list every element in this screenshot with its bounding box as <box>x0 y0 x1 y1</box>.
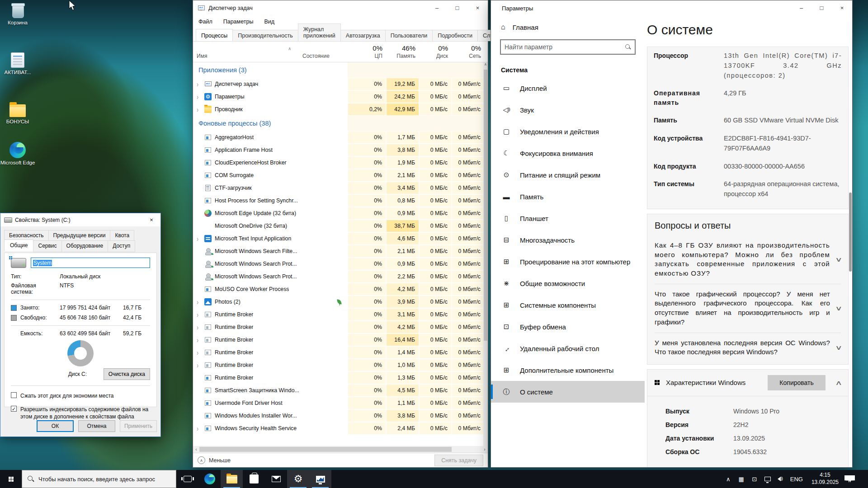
Microsoft Windows Search Filte...[interactable]: › Microsoft Windows Search Filte... 0% 2… <box>193 245 483 258</box>
menu-item[interactable]: Параметры <box>223 19 254 25</box>
chevron-up-icon[interactable]: ∧ <box>835 379 842 386</box>
expand-icon[interactable]: › <box>197 348 201 357</box>
dialog-tab[interactable]: Общие <box>4 239 33 251</box>
maximize-button[interactable]: □ <box>811 0 832 15</box>
Runtime Broker[interactable]: › Runtime Broker 0% 3,1 МБ 0 МБ/с 0 Мбит… <box>193 308 483 321</box>
close-button[interactable]: × <box>832 0 852 15</box>
column-disk[interactable]: Диск <box>419 52 452 62</box>
Windows Modules Installer Wor...[interactable]: › Windows Modules Installer Wor... 0% 3,… <box>193 409 483 422</box>
checkbox[interactable]: ✓ <box>11 406 17 412</box>
checkbox-row[interactable]: Сжать этот диск для экономии места <box>11 392 150 399</box>
fewer-details-button[interactable]: ∧ Меньше <box>198 456 231 464</box>
Проводник[interactable]: › Проводник 0,2% 42,9 МБ 0 МБ/с 0 Мбит/с <box>193 103 483 116</box>
settings-scrollbar[interactable] <box>849 19 852 467</box>
Application Frame Host[interactable]: › Application Frame Host 0% 3,8 МБ 0 МБ/… <box>193 144 483 156</box>
sidebar-item-projecting[interactable]: ⊞ Проецирование на этот компьютер <box>491 251 645 272</box>
column-network[interactable]: Сеть <box>452 52 485 62</box>
dialog-tab[interactable]: Сервис <box>33 240 61 252</box>
expand-icon[interactable]: › <box>197 424 201 433</box>
taskbar-search-input[interactable]: Чтобы начать поиск, введите здесь запрос <box>22 470 176 488</box>
Microsoft Windows Search Prot...[interactable]: › Microsoft Windows Search Prot... 0% 0,… <box>193 258 483 270</box>
tab[interactable]: Производительность <box>232 30 298 41</box>
Диспетчер задач[interactable]: › Диспетчер задач 0% 19,2 МБ 0 МБ/с 0 Мб… <box>193 78 483 90</box>
taskbar-clock[interactable]: 4:15 13.09.2025 <box>809 472 841 486</box>
sidebar-item-components[interactable]: ⊞ Системные компоненты <box>491 294 645 316</box>
COM Surrogate[interactable]: › COM Surrogate 0% 2,1 МБ 0 МБ/с 0 Мбит/… <box>193 169 483 182</box>
expand-icon[interactable]: › <box>197 310 201 319</box>
Microsoft Windows Search Prot...[interactable]: › Microsoft Windows Search Prot... 0% 2,… <box>193 270 483 283</box>
Usermode Font Driver Host[interactable]: › Usermode Font Driver Host 0% 1,1 МБ 0 … <box>193 397 483 409</box>
ok-button[interactable]: ОК <box>37 420 74 432</box>
sidebar-item-power[interactable]: ⊙ Питание и спящий режим <box>491 164 645 186</box>
desktop-icon-activator[interactable]: АКТИВАТ... <box>0 52 35 75</box>
end-task-button[interactable]: Снять задачу <box>434 455 483 466</box>
disk-cleanup-button[interactable]: Очистка диска <box>104 368 150 380</box>
Windows Security Health Service[interactable]: › Windows Security Health Service 0% 2,4… <box>193 422 483 435</box>
Runtime Broker[interactable]: › Runtime Broker 0% 1,3 МБ 0 МБ/с 0 Мбит… <box>193 371 483 384</box>
network-icon[interactable] <box>764 477 771 481</box>
vertical-scrollbar[interactable]: ∧ <box>483 62 488 446</box>
menu-item[interactable]: Вид <box>264 19 274 25</box>
language-indicator[interactable]: ENG <box>788 476 806 483</box>
desktop-icon-recycle-bin[interactable]: Корзина <box>0 3 35 25</box>
column-cpu[interactable]: ЦП <box>348 52 386 62</box>
taskbar-settings-button[interactable]: ⚙ <box>287 470 309 488</box>
dialog-titlebar[interactable]: Свойства: System (C:) × <box>0 213 160 226</box>
volume-label-input[interactable]: System <box>31 258 150 268</box>
close-icon[interactable]: × <box>142 213 160 226</box>
expand-icon[interactable]: › <box>197 92 201 101</box>
taskbar-explorer-button[interactable] <box>221 470 243 488</box>
copy-button[interactable]: Копировать <box>768 375 825 390</box>
touch-keyboard-icon[interactable]: ▦ <box>736 476 746 483</box>
minimize-button[interactable]: – <box>427 5 447 11</box>
expand-icon[interactable]: › <box>197 297 201 306</box>
expand-icon[interactable]: › <box>197 234 201 243</box>
Runtime Broker[interactable]: › Runtime Broker 0% 1,4 МБ 0 МБ/с 0 Мбит… <box>193 346 483 359</box>
Photos (2)[interactable]: › Photos (2) 0% 3,9 МБ 0 МБ/с 0 Мбит/с <box>193 296 483 308</box>
Runtime Broker[interactable]: › Runtime Broker 0% 16,4 МБ 0 МБ/с 0 Мби… <box>193 333 483 346</box>
start-button[interactable] <box>0 470 22 488</box>
sidebar-item-remote-desktop[interactable]: ↔ Удаленный рабочий стол <box>491 338 645 359</box>
volume-icon[interactable]: )) <box>778 477 783 481</box>
sidebar-item-focus[interactable]: ☾ Фокусировка внимания <box>491 142 645 164</box>
tray-chevron-up-icon[interactable]: ∧ <box>723 476 733 483</box>
Runtime Broker[interactable]: › Runtime Broker 0% 4,2 МБ 0 МБ/с 0 Мбит… <box>193 321 483 333</box>
settings-search-input[interactable]: Найти параметр <box>500 39 636 55</box>
sidebar-item-sound[interactable]: ◁ Звук <box>491 99 645 121</box>
SmartScreen Защитника Windo...[interactable]: › SmartScreen Защитника Windo... 0% 4,5 … <box>193 384 483 397</box>
Microsoft Text Input Application[interactable]: › Microsoft Text Input Application 0% 4,… <box>193 232 483 245</box>
dialog-tab[interactable]: Квота <box>110 230 134 241</box>
taskbar-mail-button[interactable] <box>265 470 287 488</box>
sidebar-item-notifications[interactable]: ▢ Уведомления и действия <box>491 121 645 142</box>
taskbar-task-view-button[interactable] <box>176 470 198 488</box>
sidebar-item-optional-features[interactable]: ⊞ Дополнительные компоненты <box>491 359 645 381</box>
sidebar-item-clipboard[interactable]: ⊡ Буфер обмена <box>491 316 645 338</box>
expand-icon[interactable]: › <box>197 335 201 344</box>
task-manager-titlebar[interactable]: Диспетчер задач – □ × <box>193 0 488 15</box>
sidebar-item-shared[interactable]: ⋇ Общие возможности <box>491 272 645 294</box>
Microsoft Edge Update (32 бита)[interactable]: › Microsoft Edge Update (32 бита) 0% 0,9… <box>193 207 483 220</box>
cast-icon[interactable]: ⊡ <box>750 476 760 483</box>
faq-item[interactable]: Как 4–8 ГБ ОЗУ влияют на производительно… <box>655 235 841 284</box>
desktop-icon-bonuses[interactable]: БОНУСЫ <box>0 102 35 124</box>
maximize-button[interactable]: □ <box>447 5 467 11</box>
chevron-down-icon[interactable]: ∨ <box>835 256 842 263</box>
apply-button[interactable]: Применить <box>120 420 157 432</box>
chevron-down-icon[interactable]: ∨ <box>835 305 842 312</box>
column-status[interactable]: Состояние <box>299 52 348 62</box>
taskbar-store-button[interactable] <box>243 470 265 488</box>
menu-item[interactable]: Файл <box>198 19 212 25</box>
taskbar-edge-button[interactable] <box>198 470 221 488</box>
Runtime Broker[interactable]: › Runtime Broker 0% 1,0 МБ 0 МБ/с 0 Мбит… <box>193 359 483 371</box>
group-header-row[interactable]: Фоновые процессы (38) <box>193 116 483 131</box>
dialog-tab[interactable]: Доступ <box>108 240 135 252</box>
Параметры[interactable]: › Параметры 0% 24,2 МБ 0 МБ/с 0 Мбит/с <box>193 90 483 103</box>
sidebar-item-storage[interactable]: ▬ Память <box>491 186 645 207</box>
horizontal-scrollbar[interactable]: ‹› <box>193 446 488 453</box>
tab[interactable]: Процессы <box>196 29 233 41</box>
Host Process for Setting Synchr...[interactable]: › Host Process for Setting Synchr... 0% … <box>193 194 483 207</box>
CloudExperienceHost Broker[interactable]: › CloudExperienceHost Broker 0% 1,9 МБ 0… <box>193 156 483 169</box>
CTF-загрузчик[interactable]: › CTF-загрузчик 0% 3,4 МБ 0 МБ/с 0 Мбит/… <box>193 182 483 194</box>
sidebar-item-home[interactable]: ⌂ Главная <box>491 19 645 36</box>
tab[interactable]: Подробности <box>432 30 478 41</box>
